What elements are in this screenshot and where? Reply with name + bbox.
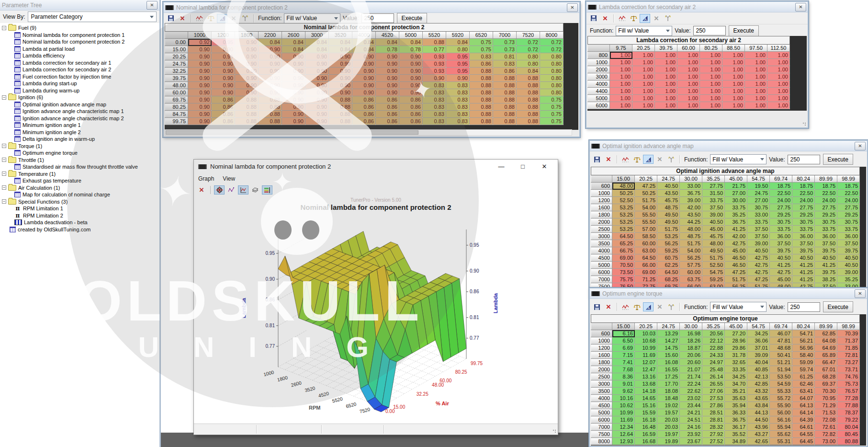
table-cell[interactable]: 71.25 (635, 276, 657, 283)
table-cell[interactable]: 0.88 (470, 89, 493, 96)
table-cell[interactable]: 58.40 (792, 352, 815, 359)
table-cell[interactable]: 0.90 (352, 89, 376, 96)
table-cell[interactable]: 46.50 (725, 262, 747, 269)
table-cell[interactable]: 30.75 (747, 204, 770, 211)
row-header[interactable]: 2000 (591, 366, 612, 373)
table-cell[interactable]: 0.90 (282, 118, 305, 125)
table-cell[interactable]: 1.00 (610, 66, 632, 73)
table-cell[interactable]: 55.94 (770, 424, 792, 431)
table-cell[interactable]: 39.75 (792, 247, 815, 254)
table-cell[interactable]: 30.75 (792, 218, 815, 226)
column-header[interactable]: 98.99 (837, 323, 860, 330)
table-cell[interactable]: 1.00 (632, 66, 655, 73)
table-cell[interactable]: 0.88 (235, 118, 259, 125)
table-cell[interactable]: 61.25 (792, 373, 815, 380)
table-cell[interactable]: 64.50 (612, 233, 635, 240)
table-cell[interactable]: 30.75 (837, 218, 860, 226)
table-cell[interactable]: 18.08 (657, 388, 680, 395)
row-header[interactable]: 1600 (591, 204, 612, 211)
table-cell[interactable]: 23.02 (680, 395, 702, 402)
table-cell[interactable]: 0.90 (329, 75, 352, 82)
table-cell[interactable]: 54.00 (635, 204, 657, 211)
row-header[interactable]: 8000 (591, 438, 612, 445)
table-cell[interactable]: 0.90 (188, 82, 212, 89)
table-cell[interactable]: 16.68 (635, 438, 657, 445)
table-cell[interactable]: 1.00 (745, 80, 767, 88)
table-cell[interactable]: 1.00 (677, 88, 700, 95)
table-cell[interactable]: 45.00 (725, 247, 747, 254)
table-cell[interactable]: 0.83 (446, 118, 470, 125)
table-cell[interactable]: 46.50 (725, 254, 747, 262)
execute-button[interactable]: Execute (823, 154, 853, 165)
table-cell[interactable]: 28.32 (702, 424, 725, 431)
table-cell[interactable]: 0.80 (540, 89, 564, 96)
table-cell[interactable]: 0.84 (329, 46, 352, 53)
tree-item[interactable]: Lambda during start-up (2, 80, 159, 87)
table-cell[interactable]: 12.93 (612, 438, 635, 445)
table-cell[interactable]: 1.00 (610, 52, 632, 59)
row-header[interactable]: 84.75 (165, 111, 188, 118)
table-cell[interactable]: 0.90 (188, 111, 212, 118)
tree-item[interactable]: created by OldSkullTuning.com (2, 226, 159, 233)
row-header[interactable]: 32.25 (165, 68, 188, 75)
table-cell[interactable]: 53.25 (612, 226, 635, 233)
row-header[interactable]: 5000 (591, 409, 612, 416)
table-cell[interactable]: 1.00 (745, 95, 767, 102)
column-header[interactable]: 8000 (540, 32, 564, 39)
table-cell[interactable]: 60.00 (635, 240, 657, 247)
column-header[interactable]: 35.25 (702, 323, 725, 330)
table-cell[interactable]: 37.50 (837, 240, 860, 247)
table-cell[interactable]: 1.00 (632, 88, 655, 95)
table-cell[interactable]: 33.75 (792, 226, 815, 233)
table-cell[interactable]: 0.90 (329, 60, 352, 68)
table-cell[interactable]: 0.88 (470, 103, 493, 111)
table-cell[interactable]: 45.00 (770, 276, 792, 283)
table-cell[interactable]: 56.16 (770, 416, 792, 424)
table-cell[interactable]: 0.83 (470, 53, 493, 60)
table-cell[interactable]: 42.75 (747, 254, 770, 262)
table-cell[interactable]: 22.62 (680, 388, 702, 395)
table-cell[interactable]: 0.93 (423, 60, 446, 68)
row-header[interactable]: 4000 (591, 247, 612, 254)
table-cell[interactable]: 54.59 (770, 380, 792, 388)
table-cell[interactable]: 19.57 (657, 409, 680, 416)
table-cell[interactable]: 1.00 (610, 102, 632, 109)
table-cell[interactable]: 0.90 (305, 75, 329, 82)
table-cell[interactable]: 0.90 (188, 46, 212, 53)
table-cell[interactable]: 0.80 (517, 53, 540, 60)
column-header[interactable]: 20.25 (632, 45, 655, 52)
table-cell[interactable]: 55.50 (635, 218, 657, 226)
table-cell[interactable]: 27.75 (792, 204, 815, 211)
table-cell[interactable]: 14.27 (657, 337, 680, 344)
table-cell[interactable]: 26.55 (702, 380, 725, 388)
close-icon[interactable]: ✕ (855, 142, 866, 150)
table-cell[interactable]: 0.88 (517, 111, 540, 118)
table-cell[interactable]: 0.90 (259, 68, 282, 75)
table-cell[interactable]: 39.00 (702, 211, 725, 218)
table-cell[interactable]: 40.04 (747, 359, 770, 366)
execute-button[interactable]: Execute (823, 301, 853, 312)
row-header[interactable]: 3000 (588, 73, 610, 80)
table-cell[interactable]: 0.92 (188, 39, 212, 46)
table-cell[interactable]: 28.51 (702, 409, 725, 416)
column-header[interactable]: 6520 (470, 32, 493, 39)
window-titlebar[interactable]: Lambda correction for secondary air 2✕ (586, 2, 808, 12)
table-cell[interactable]: 0.90 (259, 53, 282, 60)
axis-a-icon[interactable]: A (643, 302, 654, 311)
table-cell[interactable]: 1.00 (632, 95, 655, 102)
table-cell[interactable]: 55.33 (770, 388, 792, 395)
column-header[interactable]: 7000 (493, 32, 517, 39)
table-cell[interactable]: 71.37 (837, 337, 860, 344)
column-header[interactable]: 2600 (282, 32, 305, 39)
table-cell[interactable]: 43.50 (680, 211, 702, 218)
table-cell[interactable]: 0.93 (423, 68, 446, 75)
table-cell[interactable]: 0.90 (329, 68, 352, 75)
table-cell[interactable]: 1.00 (767, 73, 790, 80)
table-cell[interactable]: 0.75 (470, 39, 493, 46)
column-header[interactable]: 4520 (376, 32, 399, 39)
row-header[interactable]: 6000 (591, 416, 612, 424)
column-header[interactable]: 1800 (235, 32, 259, 39)
table-cell[interactable]: 64.50 (657, 269, 680, 276)
table-cell[interactable]: 64.55 (792, 431, 815, 438)
tree-item[interactable]: −Throttle (1) (2, 157, 159, 164)
